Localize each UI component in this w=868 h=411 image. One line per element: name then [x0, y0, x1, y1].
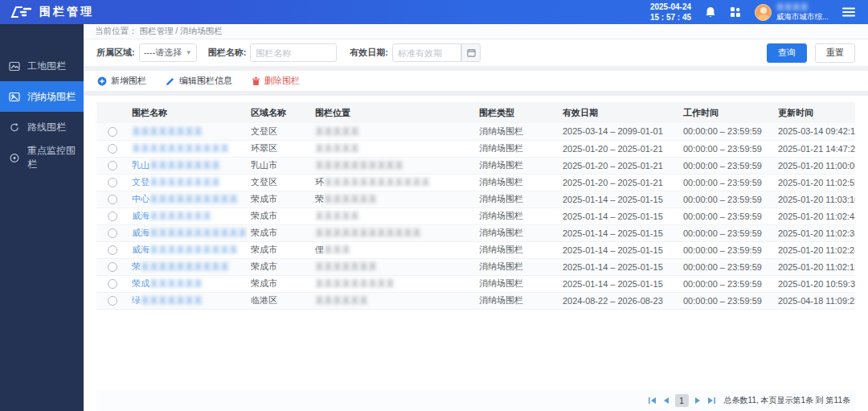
fence-name-link[interactable]: 荣某某某某某某某某某某 [132, 261, 229, 271]
valid-date-cell: 2025-01-20 – 2025-01-21 [559, 140, 680, 157]
fence-name-redacted: 某某某某某某某某 [149, 160, 220, 170]
work-time-cell: 00:00:00 – 23:59:59 [680, 157, 775, 174]
fence-location-redacted: 某某某某某 [315, 126, 359, 136]
fence-name-link[interactable]: 威海某某某某某某某某某某某 [132, 228, 247, 237]
fence-name-redacted: 某某某某某某某 [141, 295, 203, 305]
column-header: 工作时间 [680, 102, 775, 123]
top-header: 围栏管理 2025-04-24 15 : 57 : 45 [0, 0, 868, 24]
fence-name-input[interactable] [250, 43, 337, 62]
update-time-cell: 2025-01-20 11:02:59 [775, 174, 855, 191]
date-text: 2025-04-24 [650, 2, 691, 13]
fence-location-cell: 环某某某某某某某某某某某某 [312, 174, 476, 191]
row-radio-button[interactable] [108, 262, 117, 272]
monitor-fence-icon [9, 153, 21, 163]
fence-name-link[interactable]: 威海某某某某某某某 [132, 211, 211, 220]
fence-name-prefix: 乳山 [132, 160, 149, 170]
fence-name-prefix: 威海 [132, 228, 149, 237]
sidebar-item-label: 消纳场围栏 [27, 90, 76, 104]
fence-name-link[interactable]: 威海某某某某某某某某某某 [132, 245, 238, 254]
fence-type-cell: 消纳场围栏 [476, 174, 559, 191]
chevron-down-icon: ▼ [186, 49, 192, 56]
region-filter-label: 所属区域: [96, 47, 135, 59]
fence-name-link[interactable]: 某某某某某某某某 [132, 126, 203, 136]
fence-name-cell: 乳山某某某某某某某某 [129, 157, 248, 174]
update-time-cell: 2025-01-20 11:02:24 [775, 241, 855, 258]
reset-button[interactable]: 重置 [815, 43, 855, 63]
fence-type-cell: 消纳场围栏 [476, 224, 559, 241]
fence-location-redacted: 某某某某某某某某某某某某 [315, 228, 421, 237]
update-time-cell: 2025-01-21 14:47:26 [775, 140, 855, 157]
edit-fence-button[interactable]: 编辑围栏信息 [166, 75, 232, 87]
notification-bell-icon[interactable] [705, 6, 716, 18]
prev-page-icon[interactable] [662, 397, 669, 405]
column-header: 围栏名称 [129, 102, 248, 123]
row-radio-button[interactable] [108, 195, 117, 204]
sidebar-item-label: 工地围栏 [27, 60, 66, 73]
row-radio-button[interactable] [108, 144, 117, 154]
column-header: 围栏位置 [312, 102, 476, 123]
fence-type-cell: 消纳场围栏 [476, 258, 559, 275]
area-name-cell: 文登区 [248, 123, 312, 140]
sidebar-item-disposal[interactable]: 消纳场围栏 [0, 81, 84, 112]
fence-name-redacted: 某某某某某某 [149, 278, 203, 288]
column-header: 区域名称 [248, 102, 312, 123]
table-row: 某某某某某某某某某某某环翠区某某某某某消纳场围栏2025-01-20 – 202… [96, 140, 855, 157]
table-row: 威海某某某某某某某某某某荣成市俚某某某消纳场围栏2025-01-14 – 202… [96, 241, 855, 258]
region-select[interactable]: ----请选择 ▼ [139, 43, 197, 62]
site-fence-icon [9, 61, 21, 72]
breadcrumb: 当前位置： 围栏管理 / 消纳场围栏 [84, 24, 868, 39]
row-radio-button[interactable] [108, 296, 117, 306]
row-radio-button[interactable] [108, 212, 117, 221]
fence-type-cell: 消纳场围栏 [476, 241, 559, 258]
apps-grid-icon[interactable] [730, 6, 741, 18]
row-radio-button[interactable] [108, 228, 117, 238]
sidebar-item-site[interactable]: 工地围栏 [0, 51, 84, 81]
delete-fence-button[interactable]: 删除围栏 [252, 75, 300, 87]
fence-location-cell: 某某某某某某 [312, 292, 476, 309]
fence-name-link[interactable]: 某某某某某某某某某某某 [132, 143, 229, 153]
fence-location-prefix: 荣 [315, 194, 324, 203]
valid-date-cell: 2025-01-20 – 2025-01-21 [559, 157, 680, 174]
fence-name-prefix: 荣 [132, 261, 141, 271]
last-page-icon[interactable] [707, 397, 716, 405]
row-select-cell [96, 191, 129, 208]
fence-name-link[interactable]: 绿某某某某某某某 [132, 295, 203, 305]
row-radio-button[interactable] [108, 127, 117, 137]
sidebar-item-label: 路线围栏 [27, 121, 66, 134]
work-time-cell: 00:00:00 – 23:59:59 [680, 208, 775, 224]
fence-name-redacted: 某某某某某某某某 [132, 126, 203, 136]
fence-location-cell: 某某某某某某某某某某 [312, 157, 476, 174]
fence-location-cell: 某某某某某 [312, 123, 476, 140]
fence-name-link[interactable]: 中心某某某某某某某某某某 [132, 194, 238, 203]
valid-date-cell: 2025-01-14 – 2025-01-15 [559, 224, 680, 241]
row-select-cell [96, 157, 129, 174]
user-profile[interactable]: 某某某某 威海市城市综... [755, 2, 829, 22]
area-name-cell: 荣成市 [248, 275, 312, 292]
fence-location-redacted: 某某某某某 [315, 211, 359, 220]
row-radio-button[interactable] [108, 161, 117, 171]
row-radio-button[interactable] [108, 245, 117, 255]
fence-name-link[interactable]: 乳山某某某某某某某某 [132, 160, 220, 170]
fence-name-redacted: 某某某某某某某某某某 [149, 194, 238, 203]
work-time-cell: 00:00:00 – 23:59:59 [680, 224, 775, 241]
valid-date-cell: 2025-01-20 – 2025-01-21 [559, 174, 680, 191]
current-page-number[interactable]: 1 [675, 394, 689, 407]
route-fence-icon [9, 122, 21, 133]
sidebar-item-monitor[interactable]: 重点监控围栏 [0, 142, 84, 173]
add-fence-button[interactable]: 新增围栏 [97, 75, 146, 87]
table-row: 荣成某某某某某某荣成市某某某某某某某某某消纳场围栏2025-01-14 – 20… [96, 275, 855, 292]
row-radio-button[interactable] [108, 279, 117, 289]
fence-name-prefix: 文登 [132, 177, 149, 187]
first-page-icon[interactable] [648, 397, 657, 405]
search-button[interactable]: 查询 [767, 43, 807, 63]
row-radio-button[interactable] [108, 178, 117, 187]
hamburger-menu-icon[interactable] [842, 7, 855, 17]
fence-name-link[interactable]: 荣成某某某某某某 [132, 278, 203, 288]
valid-date-input[interactable] [392, 43, 461, 62]
next-page-icon[interactable] [694, 397, 702, 405]
sidebar-item-route[interactable]: 路线围栏 [0, 112, 84, 142]
calendar-icon[interactable] [461, 43, 481, 62]
pagination-bar: 1 总条数11, 本页显示第1条 到 第11条 [96, 390, 855, 411]
fence-name-link[interactable]: 文登某某某某某某某某 [132, 177, 220, 187]
table-empty-space [96, 310, 855, 391]
